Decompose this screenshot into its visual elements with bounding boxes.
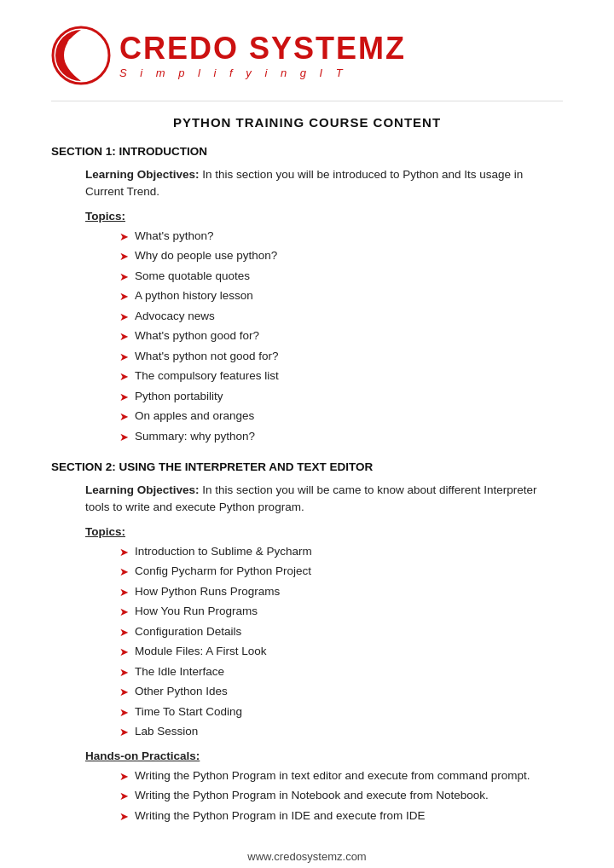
arrow-icon: ➤ — [119, 349, 129, 366]
arrow-icon: ➤ — [119, 604, 129, 621]
footer: www.credosystemz.com — [51, 850, 563, 863]
arrow-icon: ➤ — [119, 309, 129, 326]
list-item: ➤How Python Runs Programs — [119, 583, 563, 601]
section-1-heading: SECTION 1: INTRODUCTION — [51, 145, 563, 158]
section-2-heading: SECTION 2: USING THE INTERPRETER AND TEX… — [51, 460, 563, 473]
list-item: ➤The compulsory features list — [119, 367, 563, 385]
list-item: ➤Other Python Ides — [119, 683, 563, 701]
arrow-icon: ➤ — [119, 624, 129, 641]
list-item-text: Writing the Python Program in text edito… — [135, 767, 530, 784]
list-item: ➤Summary: why python? — [119, 428, 563, 446]
section-2: SECTION 2: USING THE INTERPRETER AND TEX… — [51, 460, 563, 825]
list-item-text: On apples and oranges — [135, 408, 254, 425]
list-item: ➤Writing the Python Program in IDE and e… — [119, 807, 563, 825]
list-item: ➤Time To Start Coding — [119, 703, 563, 721]
section-2-learning-obj: Learning Objectives: In this section you… — [85, 482, 563, 517]
list-item: ➤A python history lesson — [119, 287, 563, 305]
section-2-handson-list: ➤Writing the Python Program in text edit… — [119, 767, 563, 825]
arrow-icon: ➤ — [119, 584, 129, 601]
arrow-icon: ➤ — [119, 808, 129, 825]
list-item-text: How Python Runs Programs — [135, 583, 280, 600]
arrow-icon: ➤ — [119, 724, 129, 741]
list-item: ➤What's python? — [119, 228, 563, 246]
list-item-text: Writing the Python Program in Notebook a… — [135, 787, 489, 804]
header-divider — [51, 101, 563, 101]
list-item: ➤Configuration Details — [119, 623, 563, 641]
arrow-icon: ➤ — [119, 788, 129, 805]
list-item: ➤On apples and oranges — [119, 408, 563, 425]
arrow-icon: ➤ — [119, 408, 129, 425]
list-item-text: Lab Session — [135, 723, 198, 740]
list-item: ➤Introduction to Sublime & Pycharm — [119, 543, 563, 561]
list-item-text: Introduction to Sublime & Pycharm — [135, 543, 312, 560]
arrow-icon: ➤ — [119, 564, 129, 581]
section-1-learning-obj: Learning Objectives: In this section you… — [85, 166, 563, 201]
arrow-icon: ➤ — [119, 288, 129, 305]
logo-main-text: CREDO SYSTEMZ — [119, 32, 406, 66]
logo-text-area: CREDO SYSTEMZ S i m p l i f y i n g I T — [119, 32, 406, 80]
section-1: SECTION 1: INTRODUCTIONLearning Objectiv… — [51, 145, 563, 445]
arrow-icon: ➤ — [119, 229, 129, 246]
arrow-icon: ➤ — [119, 644, 129, 661]
list-item-text: A python history lesson — [135, 287, 253, 304]
logo-sub-text: S i m p l i f y i n g I T — [119, 67, 406, 79]
arrow-icon: ➤ — [119, 248, 129, 265]
list-item: ➤Some quotable quotes — [119, 268, 563, 286]
list-item-text: Writing the Python Program in IDE and ex… — [135, 807, 425, 825]
list-item: ➤Advocacy news — [119, 308, 563, 326]
arrow-icon: ➤ — [119, 684, 129, 701]
list-item-text: Advocacy news — [135, 308, 215, 325]
sections-container: SECTION 1: INTRODUCTIONLearning Objectiv… — [51, 145, 563, 825]
section-2-handson-label: Hands-on Practicals: — [85, 749, 563, 762]
list-item-text: Some quotable quotes — [135, 268, 250, 285]
list-item-text: The Idle Interface — [135, 663, 224, 680]
logo-icon — [51, 26, 111, 85]
list-item-text: Python portability — [135, 388, 223, 405]
list-item: ➤Why do people use python? — [119, 247, 563, 265]
list-item: ➤How You Run Programs — [119, 603, 563, 621]
list-item: ➤Module Files: A First Look — [119, 643, 563, 661]
list-item: ➤What's python good for? — [119, 327, 563, 345]
arrow-icon: ➤ — [119, 328, 129, 345]
list-item: ➤Config Pycharm for Python Project — [119, 563, 563, 581]
arrow-icon: ➤ — [119, 389, 129, 406]
section-1-topics-list: ➤What's python?➤Why do people use python… — [119, 228, 563, 446]
page: CREDO SYSTEMZ S i m p l i f y i n g I T … — [0, 0, 614, 868]
list-item-text: Summary: why python? — [135, 428, 255, 445]
svg-point-1 — [67, 38, 81, 51]
list-item: ➤The Idle Interface — [119, 663, 563, 681]
list-item-text: How You Run Programs — [135, 603, 258, 620]
list-item-text: Configuration Details — [135, 623, 241, 640]
list-item-text: The compulsory features list — [135, 367, 279, 385]
list-item-text: Module Files: A First Look — [135, 643, 267, 660]
list-item: ➤What's python not good for? — [119, 348, 563, 366]
list-item-text: Config Pycharm for Python Project — [135, 563, 311, 580]
list-item-text: Other Python Ides — [135, 683, 228, 700]
arrow-icon: ➤ — [119, 664, 129, 681]
list-item: ➤Writing the Python Program in Notebook … — [119, 787, 563, 805]
list-item-text: Time To Start Coding — [135, 703, 242, 720]
list-item-text: What's python not good for? — [135, 348, 278, 365]
section-2-topics-label: Topics: — [85, 525, 563, 538]
arrow-icon: ➤ — [119, 368, 129, 385]
arrow-icon: ➤ — [119, 269, 129, 286]
list-item-text: Why do people use python? — [135, 247, 277, 264]
arrow-icon: ➤ — [119, 544, 129, 561]
list-item-text: What's python? — [135, 228, 214, 245]
section-2-topics-list: ➤Introduction to Sublime & Pycharm➤Confi… — [119, 543, 563, 741]
arrow-icon: ➤ — [119, 429, 129, 446]
list-item: ➤Python portability — [119, 388, 563, 406]
section-1-topics-label: Topics: — [85, 210, 563, 223]
list-item: ➤Lab Session — [119, 723, 563, 741]
list-item-text: What's python good for? — [135, 327, 259, 344]
page-title: PYTHON TRAINING COURSE CONTENT — [51, 115, 563, 130]
arrow-icon: ➤ — [119, 768, 129, 785]
list-item: ➤Writing the Python Program in text edit… — [119, 767, 563, 785]
logo-area: CREDO SYSTEMZ S i m p l i f y i n g I T — [51, 26, 563, 85]
arrow-icon: ➤ — [119, 704, 129, 721]
